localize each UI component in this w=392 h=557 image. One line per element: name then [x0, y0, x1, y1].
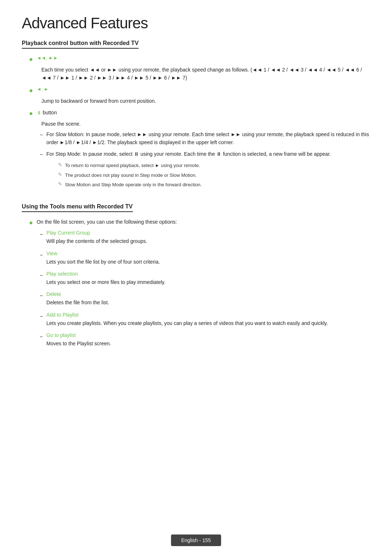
- tools-label-add-to-playlist: Add to Playlist: [46, 312, 79, 318]
- note-icon-2: ✎: [58, 172, 62, 177]
- bullet-prev-next: ● ◄, ► Jump to backward or forward from …: [29, 86, 370, 105]
- dash-go-to-playlist: –: [40, 332, 43, 340]
- rewind-ff-description: Each time you select ◄◄ or ►► using your…: [41, 66, 370, 82]
- dash-slow-motion: –: [40, 130, 43, 138]
- step-mode-text: For Step Mode: In pause mode, select ⏸ u…: [46, 150, 331, 158]
- bullet-dot-prev-next: ●: [29, 86, 33, 95]
- dash-delete: –: [40, 291, 43, 299]
- tools-desc-view: Lets you sort the file list by one of fo…: [46, 258, 160, 266]
- section-tools-menu: Using the Tools menu with Recorded TV ● …: [22, 203, 370, 349]
- pause-symbol-line: ⏸ button: [37, 109, 57, 117]
- tools-item-view: – View Lets you sort the file list by on…: [40, 251, 370, 267]
- note-2: ✎ The product does not play sound in Ste…: [58, 172, 370, 179]
- note-text-2: The product does not play sound in Step …: [65, 172, 197, 179]
- page-title: Advanced Features: [22, 15, 370, 32]
- footer-page-number: English - 155: [171, 534, 221, 546]
- pause-description: Pause the scene.: [41, 120, 370, 128]
- bullet-rewind-ff: ● ◄◄, ►► Each time you select ◄◄ or ►► u…: [29, 54, 370, 82]
- dash-play-selection: –: [40, 271, 43, 279]
- tools-item-go-to-playlist: – Go to playlist Moves to the Playlist s…: [40, 332, 370, 349]
- tools-label-delete: Delete: [46, 291, 61, 297]
- bullet-dot-rewind: ●: [29, 54, 33, 64]
- note-text-1: To return to normal speed playback, sele…: [65, 162, 200, 170]
- dash-step-mode: –: [40, 150, 43, 158]
- tools-desc-add-to-playlist: Lets you create playlists. When you crea…: [46, 319, 328, 327]
- tools-desc-play-selection: Lets you select one or more files to pla…: [46, 278, 166, 286]
- tools-item-delete: – Delete Deletes the file from the list.: [40, 291, 370, 308]
- slow-motion-block: – For Slow Motion: In pause mode, select…: [40, 130, 370, 189]
- tools-desc-delete: Deletes the file from the list.: [46, 298, 109, 306]
- tools-desc-go-to-playlist: Moves to the Playlist screen.: [46, 340, 111, 347]
- rewind-ff-symbol: ◄◄, ►►: [37, 54, 58, 62]
- prev-next-description: Jump to backward or forward from current…: [41, 97, 370, 105]
- dash-view: –: [40, 251, 43, 259]
- section-heading-playback: Playback control button with Recorded TV: [22, 40, 139, 49]
- note-icon-1: ✎: [58, 162, 62, 167]
- tools-desc-play-current-group: Will play the contents of the selected g…: [46, 237, 147, 245]
- section-playback-control: Playback control button with Recorded TV…: [22, 40, 370, 189]
- section-heading-tools: Using the Tools menu with Recorded TV: [22, 203, 133, 212]
- tools-items-list: – Play Current Group Will play the conte…: [40, 230, 370, 349]
- bullet-dot-tools: ●: [29, 218, 33, 228]
- note-icon-3: ✎: [58, 181, 62, 187]
- pause-symbol: ⏸: [37, 110, 41, 115]
- tools-label-view: View: [46, 251, 57, 256]
- tools-label-play-current-group: Play Current Group: [46, 230, 90, 236]
- tools-item-play-current-group: – Play Current Group Will play the conte…: [40, 230, 370, 247]
- step-mode-item: – For Step Mode: In pause mode, select ⏸…: [40, 150, 370, 158]
- note-text-3: Slow Motion and Step Mode operate only i…: [65, 181, 202, 189]
- dash-play-current-group: –: [40, 230, 43, 238]
- pause-suffix: button: [41, 110, 57, 115]
- note-1: ✎ To return to normal speed playback, se…: [58, 162, 370, 170]
- bullet-dot-pause: ●: [29, 109, 33, 118]
- bullet-pause: ● ⏸ button Pause the scene. – For Slow M…: [29, 109, 370, 189]
- tools-label-play-selection: Play selection: [46, 271, 78, 277]
- tools-item-add-to-playlist: – Add to Playlist Lets you create playli…: [40, 312, 370, 329]
- dash-add-to-playlist: –: [40, 312, 43, 320]
- tools-label-go-to-playlist: Go to playlist: [46, 332, 76, 338]
- step-mode-notes: ✎ To return to normal speed playback, se…: [47, 162, 370, 189]
- prev-next-symbol: ◄, ►: [37, 86, 49, 93]
- slow-motion-item: – For Slow Motion: In pause mode, select…: [40, 130, 370, 147]
- slow-motion-text: For Slow Motion: In pause mode, select ►…: [46, 130, 370, 147]
- tools-intro-bullet: ● On the file list screen, you can use t…: [29, 218, 370, 349]
- note-3: ✎ Slow Motion and Step Mode operate only…: [58, 181, 370, 189]
- tools-item-play-selection: – Play selection Lets you select one or …: [40, 271, 370, 288]
- tools-intro-text: On the file list screen, you can use the…: [37, 218, 177, 226]
